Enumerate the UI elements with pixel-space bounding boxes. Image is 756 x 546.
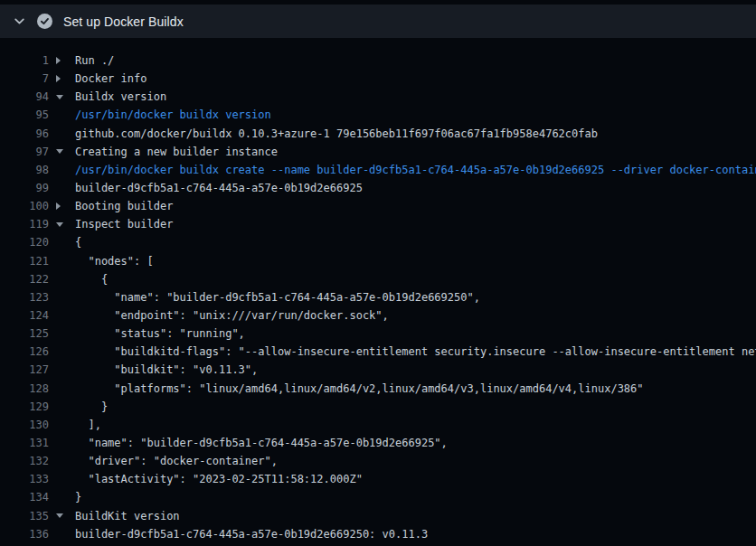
output-text: "lastActivity": "2023-02-25T11:58:12.000… [75, 470, 363, 488]
output-text: "platforms": "linux/amd64,linux/amd64/v2… [75, 380, 644, 398]
collapse-arrow-icon[interactable] [56, 95, 63, 99]
log-line: 129 } [0, 398, 756, 416]
line-number[interactable]: 96 [0, 125, 49, 143]
log-line: 99builder-d9cfb5a1-c764-445a-a57e-0b19d2… [0, 179, 756, 197]
line-number[interactable]: 97 [0, 143, 49, 161]
expand-arrow-icon[interactable] [56, 202, 61, 210]
line-number[interactable]: 1 [0, 52, 49, 70]
output-text: "endpoint": "unix:///var/run/docker.sock… [75, 306, 389, 325]
arrow-slot[interactable] [49, 222, 75, 227]
log-line: 136builder-d9cfb5a1-c764-445a-a57e-0b19d… [0, 525, 756, 543]
log-line: 121 "nodes": [ [0, 252, 756, 270]
command-text: /usr/bin/docker buildx create --name bui… [75, 161, 756, 179]
group-title: BuildKit version [75, 507, 180, 525]
log-viewer: 1Run ./7Docker info94Buildx version95/us… [0, 52, 756, 543]
log-line: 131 "name": "builder-d9cfb5a1-c764-445a-… [0, 434, 756, 452]
group-title: Run ./ [75, 52, 114, 70]
command-text: /usr/bin/docker buildx version [75, 106, 271, 124]
log-line: 132 "driver": "docker-container", [0, 452, 756, 470]
output-text: ], [75, 416, 101, 434]
log-line: 133 "lastActivity": "2023-02-25T11:58:12… [0, 470, 756, 488]
log-line: 134} [0, 488, 756, 506]
line-number[interactable]: 121 [0, 252, 49, 270]
arrow-slot[interactable] [49, 513, 75, 518]
output-text: { [75, 233, 81, 251]
output-text: builder-d9cfb5a1-c764-445a-a57e-0b19d2e6… [75, 525, 428, 543]
log-line: 125 "status": "running", [0, 325, 756, 343]
output-text: "buildkitd-flags": "--allow-insecure-ent… [75, 343, 756, 361]
group-title: Buildx version [75, 88, 166, 106]
line-number[interactable]: 122 [0, 270, 49, 288]
line-number[interactable]: 119 [0, 215, 49, 233]
group-title: Booting builder [75, 197, 173, 215]
collapse-arrow-icon[interactable] [56, 149, 63, 154]
expand-arrow-icon[interactable] [56, 57, 61, 64]
output-text: "nodes": [ [75, 252, 154, 270]
line-number[interactable]: 132 [0, 452, 49, 470]
output-text: "driver": "docker-container", [75, 452, 278, 470]
log-line: 95/usr/bin/docker buildx version [0, 106, 756, 124]
line-number[interactable]: 120 [0, 233, 49, 251]
log-line: 130 ], [0, 416, 756, 434]
log-line: 123 "name": "builder-d9cfb5a1-c764-445a-… [0, 288, 756, 306]
output-text: { [75, 270, 108, 288]
line-number[interactable]: 127 [0, 361, 49, 379]
check-circle-icon [37, 14, 52, 29]
line-number[interactable]: 126 [0, 343, 49, 361]
line-number[interactable]: 98 [0, 161, 49, 179]
log-line: 127 "buildkit": "v0.11.3", [0, 361, 756, 379]
arrow-slot[interactable] [49, 95, 75, 99]
log-line: 98/usr/bin/docker buildx create --name b… [0, 161, 756, 179]
expand-arrow-icon[interactable] [56, 75, 61, 82]
log-group-line[interactable]: 1Run ./ [0, 52, 756, 70]
collapse-arrow-icon[interactable] [56, 513, 63, 518]
line-number[interactable]: 135 [0, 507, 49, 525]
log-group-line[interactable]: 119Inspect builder [0, 215, 756, 233]
log-line: 122 { [0, 270, 756, 288]
group-title: Docker info [75, 70, 146, 88]
line-number[interactable]: 128 [0, 380, 49, 398]
log-line: 128 "platforms": "linux/amd64,linux/amd6… [0, 380, 756, 398]
line-number[interactable]: 94 [0, 88, 49, 106]
log-line: 126 "buildkitd-flags": "--allow-insecure… [0, 343, 756, 361]
output-text: "status": "running", [75, 325, 245, 343]
output-text: "buildkit": "v0.11.3", [75, 361, 258, 379]
log-group-line[interactable]: 135BuildKit version [0, 507, 756, 525]
line-number[interactable]: 125 [0, 325, 49, 343]
line-number[interactable]: 7 [0, 70, 49, 88]
arrow-slot[interactable] [49, 149, 75, 154]
arrow-slot[interactable] [49, 75, 75, 82]
output-text: "name": "builder-d9cfb5a1-c764-445a-a57e… [75, 434, 448, 452]
log-line: 120{ [0, 233, 756, 251]
step-header[interactable]: Set up Docker Buildx [0, 5, 756, 38]
group-title: Creating a new builder instance [75, 143, 278, 161]
output-text: } [75, 488, 81, 506]
log-group-line[interactable]: 100Booting builder [0, 197, 756, 215]
group-title: Inspect builder [75, 215, 173, 233]
log-group-line[interactable]: 97Creating a new builder instance [0, 143, 756, 161]
line-number[interactable]: 123 [0, 288, 49, 306]
collapse-arrow-icon[interactable] [56, 222, 63, 227]
line-number[interactable]: 131 [0, 434, 49, 452]
line-number[interactable]: 99 [0, 179, 49, 197]
output-text: github.com/docker/buildx 0.10.3+azure-1 … [75, 125, 598, 143]
log-line: 124 "endpoint": "unix:///var/run/docker.… [0, 306, 756, 325]
line-number[interactable]: 95 [0, 106, 49, 124]
line-number[interactable]: 130 [0, 416, 49, 434]
output-text: } [75, 398, 108, 416]
log-group-line[interactable]: 94Buildx version [0, 88, 756, 106]
chevron-down-icon[interactable] [13, 15, 25, 28]
log-line: 96github.com/docker/buildx 0.10.3+azure-… [0, 125, 756, 143]
line-number[interactable]: 129 [0, 398, 49, 416]
line-number[interactable]: 134 [0, 488, 49, 506]
output-text: builder-d9cfb5a1-c764-445a-a57e-0b19d2e6… [75, 179, 363, 197]
output-text: "name": "builder-d9cfb5a1-c764-445a-a57e… [75, 288, 480, 306]
log-group-line[interactable]: 7Docker info [0, 70, 756, 88]
line-number[interactable]: 133 [0, 470, 49, 488]
line-number[interactable]: 100 [0, 197, 49, 215]
line-number[interactable]: 136 [0, 525, 49, 543]
step-title: Set up Docker Buildx [63, 14, 184, 29]
line-number[interactable]: 124 [0, 306, 49, 325]
arrow-slot[interactable] [49, 202, 75, 210]
arrow-slot[interactable] [49, 57, 75, 64]
